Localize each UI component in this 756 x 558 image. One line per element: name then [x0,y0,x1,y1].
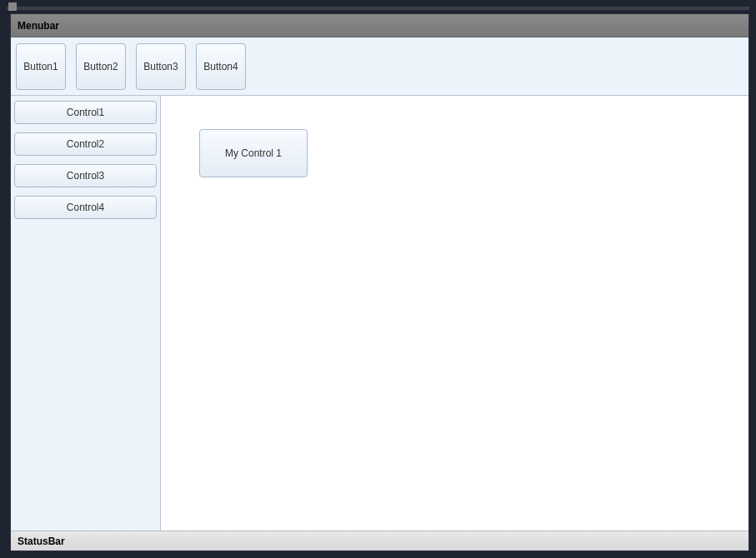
toolbar-button-1-label: Button1 [23,61,58,72]
sidebar-control-2-label: Control2 [67,138,104,150]
middle-region: Control1 Control2 Control3 Control4 My C… [11,96,748,531]
sidebar-control-3-label: Control3 [67,170,104,182]
toolbar-button-4-label: Button4 [203,61,238,72]
content-area: My Control 1 [161,96,748,531]
sidebar-control-4-label: Control4 [67,202,104,213]
sidebar: Control1 Control2 Control3 Control4 [11,96,161,531]
toolbar-button-1[interactable]: Button1 [16,43,66,90]
sidebar-control-3[interactable]: Control3 [14,164,157,187]
content-my-control-1-label: My Control 1 [225,147,282,159]
app-window: Menubar Button1 Button2 Button3 Button4 … [10,13,749,551]
sidebar-control-1[interactable]: Control1 [14,101,157,124]
toolbar-button-2[interactable]: Button2 [76,43,126,90]
content-my-control-1[interactable]: My Control 1 [199,129,308,177]
sidebar-control-1-label: Control1 [67,107,104,118]
menubar[interactable]: Menubar [11,14,748,37]
statusbar-label: StatusBar [18,536,65,547]
menubar-label: Menubar [18,20,59,32]
outer-frame: Menubar Button1 Button2 Button3 Button4 … [0,0,756,558]
sidebar-control-4[interactable]: Control4 [14,196,157,219]
toolbar-button-3-label: Button3 [143,61,178,72]
window-title-bar[interactable] [7,7,749,10]
toolbar: Button1 Button2 Button3 Button4 [11,37,748,96]
toolbar-button-4[interactable]: Button4 [196,43,246,90]
statusbar: StatusBar [11,531,748,551]
sidebar-control-2[interactable]: Control2 [14,132,157,156]
window-icon [8,2,17,11]
toolbar-button-2-label: Button2 [83,61,118,72]
toolbar-button-3[interactable]: Button3 [136,43,186,90]
